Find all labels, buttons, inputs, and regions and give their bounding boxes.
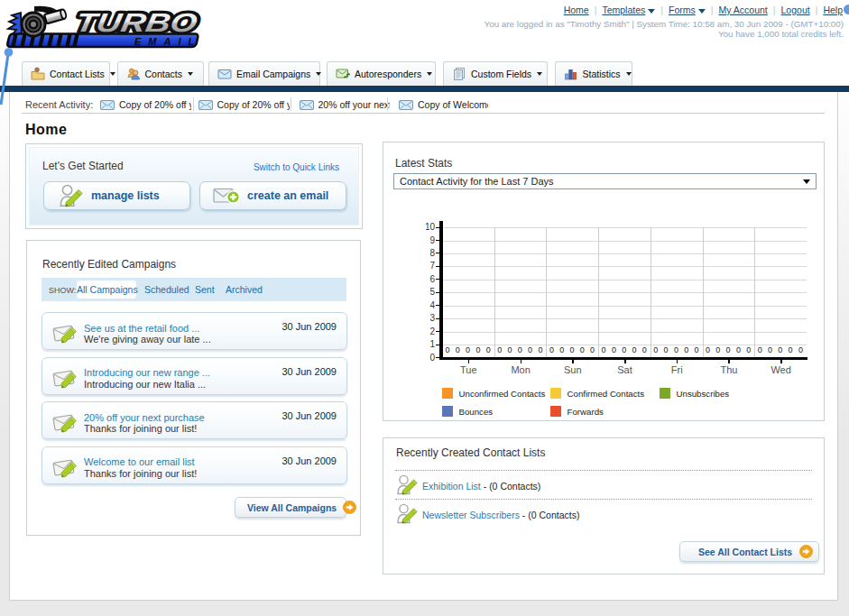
svg-text:TURBO: TURBO xyxy=(73,8,199,37)
svg-text:EMAIL: EMAIL xyxy=(134,36,201,47)
